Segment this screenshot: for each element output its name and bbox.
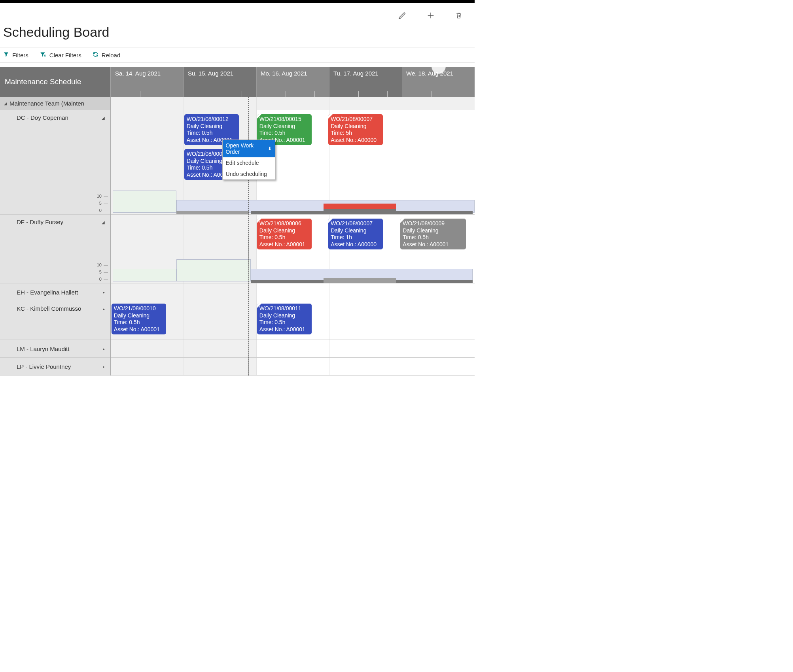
- timeline-row-dc[interactable]: WO/21/08/00012 Daily Cleaning Time: 0.5h…: [111, 110, 475, 215]
- window-topbar: [0, 0, 475, 3]
- clear-funnel-icon: [40, 51, 46, 59]
- expand-icon: ▸: [103, 307, 105, 311]
- timeline-area: Sa, 14. Aug 2021 Su, 15. Aug 2021 Mo, 16…: [111, 67, 475, 376]
- team-header[interactable]: ◢ Maintenance Team (Mainten: [0, 97, 110, 110]
- resource-name: KC - Kimbell Commusso: [17, 305, 81, 312]
- timeline-row-lp[interactable]: [111, 358, 475, 376]
- expand-icon: ▸: [103, 364, 105, 369]
- resource-name: DF - Duffy Fursey: [17, 219, 63, 225]
- page-title: Scheduling Board: [0, 25, 475, 47]
- expand-icon: ▸: [103, 347, 105, 351]
- card-fold-icon: [400, 219, 405, 223]
- collapse-icon: ◢: [4, 101, 7, 106]
- board-header: Maintenance Schedule: [0, 67, 110, 97]
- work-order-card[interactable]: WO/21/08/00007 Daily Cleaning Time: 1h A…: [328, 219, 383, 249]
- add-icon[interactable]: [426, 11, 435, 21]
- reload-button[interactable]: Reload: [93, 51, 121, 59]
- team-name: Maintenance Team (Mainten: [9, 100, 84, 107]
- action-row: [0, 3, 475, 25]
- resource-row-dc[interactable]: DC - Doy Copeman ◢ 1050: [0, 110, 110, 215]
- clear-filters-button[interactable]: Clear Filters: [40, 51, 81, 59]
- load-chart: [111, 189, 475, 214]
- filters-button[interactable]: Filters: [3, 51, 28, 59]
- card-fold-icon: [257, 219, 261, 223]
- card-fold-icon: [257, 114, 261, 119]
- y-axis-ticks: 1050: [97, 262, 108, 281]
- filters-label: Filters: [12, 52, 28, 59]
- timeline-row-eh[interactable]: [111, 283, 475, 301]
- cursor-icon: ⬇: [268, 146, 272, 151]
- expand-icon: ▸: [103, 290, 105, 294]
- y-axis-ticks: 1050: [97, 194, 108, 213]
- work-order-card[interactable]: WO/21/08/00010 Daily Cleaning Time: 0.5h…: [112, 304, 166, 334]
- card-fold-icon: [257, 304, 261, 308]
- timeline-header: Sa, 14. Aug 2021 Su, 15. Aug 2021 Mo, 16…: [111, 67, 475, 97]
- funnel-icon: [3, 51, 9, 59]
- context-menu: Open Work Order ⬇ Edit schedule Undo sch…: [222, 140, 275, 180]
- reload-icon: [93, 51, 98, 59]
- card-fold-icon: [328, 114, 333, 119]
- clear-filters-label: Clear Filters: [49, 52, 81, 59]
- resource-name: LP - Livvie Pountney: [17, 363, 71, 370]
- day-header[interactable]: Su, 15. Aug 2021: [184, 67, 256, 97]
- context-menu-edit[interactable]: Edit schedule: [223, 157, 275, 168]
- resource-column: Maintenance Schedule ◢ Maintenance Team …: [0, 67, 111, 376]
- work-order-card[interactable]: WO/21/08/00009 Daily Cleaning Time: 0.5h…: [400, 219, 466, 249]
- toolbar: Filters Clear Filters Reload: [0, 47, 475, 63]
- resource-row-lm[interactable]: LM - Lauryn Mauditt ▸: [0, 340, 110, 358]
- resource-row-eh[interactable]: EH - Evangelina Hallett ▸: [0, 283, 110, 301]
- card-fold-icon: [328, 219, 333, 223]
- resource-name: LM - Lauryn Mauditt: [17, 345, 69, 352]
- resource-row-kc[interactable]: KC - Kimbell Commusso ▸: [0, 301, 110, 340]
- now-indicator-line: [248, 97, 249, 376]
- delete-icon[interactable]: [455, 11, 463, 21]
- timeline-row-kc[interactable]: WO/21/08/00010 Daily Cleaning Time: 0.5h…: [111, 301, 475, 340]
- context-menu-open[interactable]: Open Work Order ⬇: [223, 140, 275, 157]
- scheduling-board: Maintenance Schedule ◢ Maintenance Team …: [0, 67, 475, 376]
- edit-icon[interactable]: [398, 11, 407, 21]
- day-header[interactable]: Mo, 16. Aug 2021: [256, 67, 329, 97]
- collapse-icon: ◢: [102, 220, 105, 225]
- day-header[interactable]: We, 18. Aug 2021: [402, 67, 475, 97]
- work-order-card[interactable]: WO/21/08/00006 Daily Cleaning Time: 0.5h…: [257, 219, 312, 249]
- load-chart: [111, 258, 475, 283]
- resource-row-df[interactable]: DF - Duffy Fursey ◢ 1050: [0, 215, 110, 283]
- resource-name: EH - Evangelina Hallett: [17, 289, 78, 296]
- day-header[interactable]: Sa, 14. Aug 2021: [111, 67, 184, 97]
- work-order-card[interactable]: WO/21/08/00011 Daily Cleaning Time: 0.5h…: [257, 304, 312, 334]
- resource-name: DC - Doy Copeman: [17, 114, 68, 121]
- context-menu-undo[interactable]: Undo scheduling: [223, 168, 275, 179]
- team-grid-row: [111, 97, 475, 110]
- timeline-row-lm[interactable]: [111, 340, 475, 358]
- work-order-card[interactable]: WO/21/08/00007 Daily Cleaning Time: 5h A…: [328, 114, 383, 145]
- day-header[interactable]: Tu, 17. Aug 2021: [329, 67, 402, 97]
- timeline-row-df[interactable]: WO/21/08/00006 Daily Cleaning Time: 0.5h…: [111, 215, 475, 283]
- resource-row-lp[interactable]: LP - Livvie Pountney ▸: [0, 358, 110, 376]
- collapse-icon: ◢: [102, 116, 105, 120]
- reload-label: Reload: [102, 52, 121, 59]
